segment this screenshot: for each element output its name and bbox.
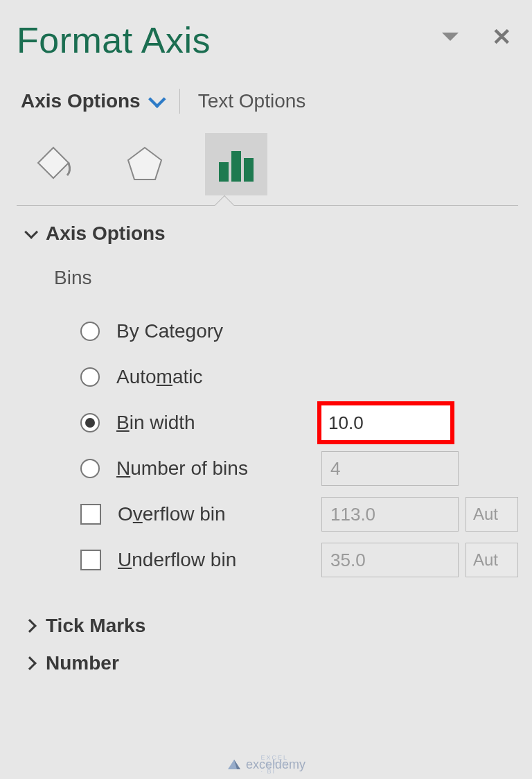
caret-closed-icon — [23, 656, 37, 670]
number-section-header[interactable]: Number — [21, 652, 518, 674]
section-divider — [17, 205, 518, 206]
label-overflow-bin[interactable]: Overflow bin — [118, 503, 226, 525]
svg-marker-1 — [128, 148, 161, 180]
label-automatic[interactable]: Automatic — [116, 366, 203, 388]
tab-text-options[interactable]: Text Options — [198, 90, 306, 112]
label-by-category[interactable]: By Category — [116, 320, 223, 342]
svg-rect-3 — [231, 151, 241, 182]
caret-open-icon — [24, 225, 38, 239]
caret-closed-icon — [23, 619, 37, 633]
checkbox-overflow-bin[interactable] — [80, 504, 101, 525]
radio-bin-width[interactable] — [80, 413, 100, 432]
tab-axis-options-label: Axis Options — [21, 90, 141, 112]
input-overflow-bin — [321, 497, 459, 532]
category-icon-row — [22, 133, 518, 205]
radio-automatic[interactable] — [80, 367, 100, 387]
pane-header: Format Axis ✕ — [17, 19, 518, 61]
checkbox-underflow-bin[interactable] — [80, 550, 101, 570]
option-tabs: Axis Options Text Options — [21, 89, 518, 114]
label-underflow-bin[interactable]: Underflow bin — [118, 549, 236, 571]
radio-by-category[interactable] — [80, 322, 100, 341]
svg-rect-4 — [244, 158, 254, 182]
tab-divider — [179, 89, 180, 114]
watermark: exceldemy EXCEL · DATA · BI — [227, 757, 305, 772]
axis-options-icon[interactable] — [205, 133, 267, 195]
effects-icon[interactable] — [114, 133, 176, 195]
number-label: Number — [46, 652, 119, 674]
input-number-of-bins — [321, 451, 459, 486]
auto-button-underflow[interactable]: Aut — [466, 543, 518, 577]
fill-line-icon[interactable] — [22, 133, 85, 195]
input-bin-width[interactable] — [317, 401, 454, 444]
format-axis-pane: Format Axis ✕ Axis Options Text Options — [0, 0, 532, 674]
svg-marker-0 — [38, 148, 69, 178]
watermark-tagline: EXCEL · DATA · BI — [260, 754, 290, 775]
label-number-of-bins[interactable]: Number of bins — [116, 457, 248, 480]
auto-button-overflow[interactable]: Aut — [466, 497, 518, 532]
tab-axis-options[interactable]: Axis Options — [21, 90, 161, 112]
bins-subheading: Bins — [54, 267, 518, 289]
task-pane-options-icon[interactable] — [442, 33, 459, 41]
axis-options-section-label: Axis Options — [46, 222, 166, 245]
watermark-logo-icon — [227, 757, 242, 772]
input-underflow-bin — [321, 543, 459, 577]
radio-number-of-bins[interactable] — [80, 459, 100, 478]
pane-title: Format Axis — [17, 19, 211, 61]
close-icon[interactable]: ✕ — [492, 23, 511, 51]
chevron-down-icon — [148, 90, 166, 107]
label-bin-width[interactable]: Bin width — [116, 412, 195, 434]
svg-rect-2 — [219, 162, 229, 182]
tick-marks-section-header[interactable]: Tick Marks — [21, 615, 518, 637]
axis-options-section-header[interactable]: Axis Options — [21, 222, 518, 245]
tick-marks-label: Tick Marks — [46, 615, 145, 637]
